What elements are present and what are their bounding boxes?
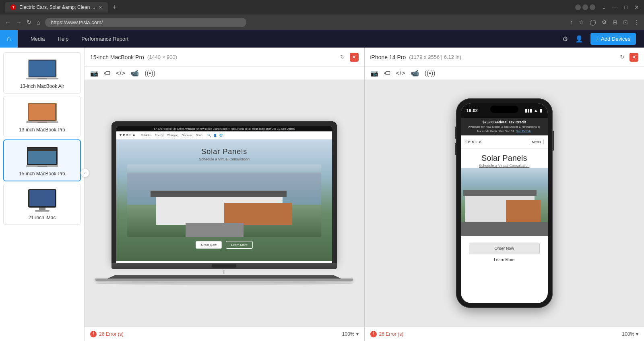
preview-area: 15-inch MacBook Pro (1440 × 900) ↻ ✕ 📷 🏷…	[85, 48, 644, 341]
nav-item-media[interactable]: Media	[24, 30, 51, 48]
url-field[interactable]: https://www.tesla.com/	[45, 18, 246, 27]
iphone-panel-title: iPhone 14 Pro	[370, 54, 406, 60]
svg-rect-19	[39, 208, 45, 210]
iphone-status-icons: ▮▮▮ ▲ ▮	[525, 108, 542, 113]
wifi-status-icon: ▲	[534, 108, 538, 113]
minimize-button[interactable]	[575, 4, 581, 10]
wifi-icon[interactable]: ((•))	[144, 70, 155, 77]
macbook-panel-actions: ↻ ✕	[339, 53, 359, 62]
minimize-win-icon[interactable]: —	[613, 4, 618, 10]
forward-button[interactable]: →	[16, 19, 22, 26]
nav-items: Media Help Performance Report	[18, 30, 135, 48]
iphone-refresh-icon[interactable]: ↻	[618, 53, 626, 62]
sidebar-collapse-button[interactable]: ‹	[80, 168, 89, 177]
device-card-21-imac[interactable]: 21-inch iMac	[3, 184, 81, 225]
order-now-button[interactable]: Order Now	[196, 241, 222, 249]
zoom-chevron-icon: ▾	[356, 331, 359, 337]
error-count: 26 Error (s)	[99, 331, 124, 337]
camera-icon[interactable]: 📷	[90, 69, 98, 77]
tesla-logo: TESLA	[120, 133, 136, 137]
nav-item-help[interactable]: Help	[51, 30, 75, 48]
share-icon[interactable]: ↑	[570, 19, 573, 25]
close-button[interactable]	[590, 4, 595, 10]
bookmark-icon[interactable]: ☆	[579, 19, 584, 25]
reload-button[interactable]: ↻	[27, 19, 32, 26]
device-thumbnail	[24, 100, 60, 125]
zoom-control[interactable]: 100% ▾	[342, 331, 359, 337]
macbook-screen: $7,500 Federal Tax Credit Available for …	[116, 126, 332, 263]
tab-close-icon[interactable]: ✕	[99, 5, 102, 10]
iphone-close-button[interactable]: ✕	[630, 53, 638, 62]
add-devices-button[interactable]: + Add Devices	[590, 33, 636, 45]
signal-icon: ▮▮▮	[525, 108, 532, 113]
user-icon[interactable]: 👤	[575, 35, 583, 43]
macbook-toolbar: 📷 🏷 </> 📹 ((•))	[85, 67, 364, 80]
iphone-camera-icon[interactable]: 📷	[370, 69, 378, 77]
iphone-record-icon[interactable]: 📹	[411, 69, 419, 77]
iphone-zoom-control[interactable]: 100% ▾	[622, 331, 638, 337]
menu-icon[interactable]: ⋮	[634, 19, 639, 25]
code-icon[interactable]: </>	[116, 70, 125, 77]
tab-overflow-icon[interactable]: ⌄	[602, 4, 606, 10]
iphone-tag-icon[interactable]: 🏷	[384, 70, 390, 77]
nav-shop: Shop	[196, 134, 202, 137]
iphone-banner-text: Available for new Model 3 and Model Y. R…	[465, 125, 544, 129]
maximize-button[interactable]	[582, 4, 588, 10]
browser-tab[interactable]: T Electric Cars, Solar &amp; Clean ... ✕	[5, 2, 108, 12]
macbook-chin	[111, 263, 337, 269]
app-nav-bar: ⌂ Media Help Performance Report ⚙ 👤 + Ad…	[0, 30, 644, 48]
macbook-preview-container: $7,500 Federal Tax Credit Available for …	[85, 80, 364, 326]
iphone-order-button[interactable]: Order Now	[469, 243, 540, 254]
macbook-close-button[interactable]: ✕	[350, 53, 359, 62]
macbook-refresh-icon[interactable]: ↻	[339, 53, 347, 62]
globe-icon: 🌐	[219, 134, 223, 137]
extensions-icon[interactable]: ⚙	[602, 19, 607, 25]
split-icon[interactable]: ⊡	[623, 19, 628, 25]
iphone-toolbar: 📷 🏷 </> 📹 ((•))	[365, 67, 644, 80]
home-button[interactable]: ⌂	[37, 19, 40, 26]
restore-win-icon[interactable]: □	[625, 4, 628, 10]
iphone-vol-down-button	[455, 143, 456, 155]
device-card-13-macbook-pro[interactable]: 13-inch MacBook Pro	[3, 96, 81, 137]
macbook-shadow	[95, 282, 353, 285]
device-card-name-13-pro: 13-inch MacBook Pro	[19, 127, 65, 133]
close-win-icon[interactable]: ✕	[634, 4, 639, 10]
iphone-banner-text-2: tax credit likely after Dec 31. See Deta…	[465, 129, 544, 133]
macbook-bottom: 	[111, 263, 337, 285]
iphone-banner-title: $7,500 Federal Tax Credit	[465, 120, 544, 124]
iphone-body: 19:02 ▮▮▮ ▲ ▮ $7,500 Federal Tax Credit	[456, 98, 553, 308]
puzzle-icon[interactable]: ⊞	[613, 19, 617, 25]
svg-rect-20	[35, 210, 50, 212]
tag-icon[interactable]: 🏷	[104, 70, 110, 77]
iphone-zoom-value: 100%	[622, 331, 634, 337]
iphone-wifi-icon[interactable]: ((•))	[425, 70, 436, 77]
home-nav-button[interactable]: ⌂	[0, 30, 18, 48]
iphone-house-image	[461, 168, 548, 236]
back-button[interactable]: ←	[5, 19, 11, 26]
nav-item-performance[interactable]: Performance Report	[75, 30, 135, 48]
device-card-13-macbook-air[interactable]: 13-inch MacBook Air	[3, 52, 81, 94]
house-image	[127, 164, 321, 237]
hero-title: Solar Panels	[201, 148, 247, 156]
hero-section: Solar Panels Schedule a Virtual Consulta…	[116, 139, 332, 261]
address-bar: ← → ↻ ⌂ https://www.tesla.com/ ↑ ☆ ◯ ⚙ ⊞…	[0, 15, 644, 30]
learn-more-button[interactable]: Learn More	[226, 241, 253, 249]
macbook-preview-panel: 15-inch MacBook Pro (1440 × 900) ↻ ✕ 📷 🏷…	[85, 48, 364, 341]
iphone-error-count: 26 Error (s)	[379, 331, 404, 337]
iphone-error-icon: !	[370, 331, 377, 337]
iphone-code-icon[interactable]: </>	[396, 70, 405, 77]
plus-icon: +	[596, 36, 599, 42]
profile-icon[interactable]: ◯	[590, 19, 596, 25]
svg-rect-9	[37, 122, 47, 123]
settings-icon[interactable]: ⚙	[562, 35, 568, 43]
iphone-learn-more-button[interactable]: Learn More	[465, 258, 544, 262]
device-card-15-macbook-pro[interactable]: 15-inch MacBook Pro	[3, 139, 81, 181]
iphone-screen: 19:02 ▮▮▮ ▲ ▮ $7,500 Federal Tax Credit	[461, 103, 548, 303]
record-icon[interactable]: 📹	[131, 69, 139, 77]
see-details-link[interactable]: See Details	[516, 129, 531, 133]
svg-rect-2	[29, 60, 56, 77]
iphone-menu-button[interactable]: Menu	[529, 139, 544, 145]
iphone-tesla-logo: TESLA	[465, 140, 483, 144]
account-icon: 👤	[213, 134, 217, 137]
new-tab-button[interactable]: +	[113, 3, 117, 12]
